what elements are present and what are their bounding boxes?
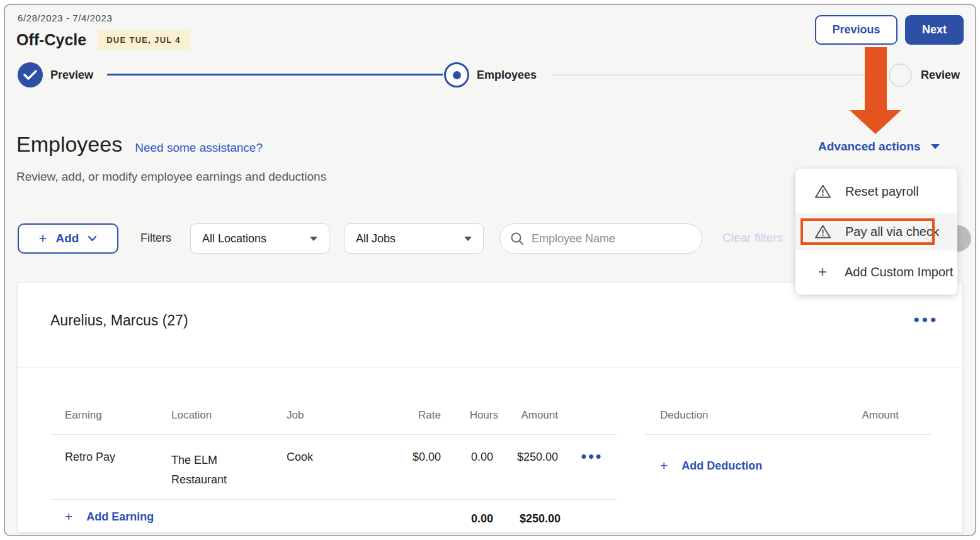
annotation-arrow-icon (850, 47, 901, 134)
job-filter-select[interactable]: All Jobs (344, 223, 484, 254)
col-header-rate: Rate (390, 409, 441, 422)
earnings-header-divider (50, 434, 617, 435)
earning-hours-cell: 0.00 (443, 451, 493, 464)
plus-icon: + (814, 263, 831, 281)
add-earning-label: Add Earning (86, 510, 154, 524)
col-header-earning: Earning (65, 409, 102, 422)
total-hours: 0.00 (443, 512, 493, 526)
caret-down-icon (464, 237, 472, 241)
step-employees-label: Employees (477, 69, 537, 82)
chevron-down-icon (88, 235, 97, 242)
caret-down-icon (310, 237, 317, 241)
plus-icon: + (39, 230, 47, 247)
earnings-row-divider (50, 499, 617, 500)
col-header-deduction-amount: Amount (836, 409, 899, 422)
col-header-deduction: Deduction (660, 409, 709, 422)
check-icon (23, 69, 37, 81)
warning-triangle-icon (814, 224, 831, 239)
page-title: Employees (16, 132, 122, 157)
col-header-hours: Hours (448, 409, 498, 422)
col-header-amount: Amount (501, 409, 558, 422)
add-deduction-button[interactable]: + Add Deduction (660, 458, 762, 473)
page-subtitle: Review, add, or modify employee earnings… (16, 170, 326, 184)
earning-job-cell: Cook (287, 451, 313, 464)
col-header-location: Location (171, 409, 212, 422)
employee-search-input[interactable] (532, 232, 676, 245)
earning-location-cell: The ELM Restaurant (171, 451, 250, 490)
clear-filters-link[interactable]: Clear filters (722, 231, 783, 245)
add-earning-button[interactable]: + Add Earning (65, 509, 154, 524)
location-filter-select[interactable]: All Locations (190, 223, 329, 254)
previous-button[interactable]: Previous (815, 15, 897, 45)
step-preview-label: Preview (50, 69, 93, 82)
stepper-connector-complete (107, 74, 443, 76)
step-employees-indicator[interactable] (444, 62, 469, 87)
location-filter-value: All Locations (202, 232, 266, 245)
step-review-label: Review (921, 69, 960, 82)
due-date-badge: DUE TUE, JUL 4 (98, 30, 190, 50)
plus-icon: + (660, 458, 668, 473)
advanced-actions-menu: Reset payroll Pay all via check + Add Cu… (795, 169, 957, 295)
app-window: 6/28/2023 - 7/4/2023 Off-Cycle DUE TUE, … (4, 4, 976, 536)
earning-row-menu-icon[interactable]: ●●● (581, 451, 603, 462)
assistance-link[interactable]: Need some assistance? (135, 141, 263, 155)
add-button-label: Add (55, 232, 79, 245)
earning-amount-cell: $250.00 (495, 451, 558, 464)
job-filter-value: All Jobs (356, 232, 396, 245)
total-amount: $250.00 (495, 512, 561, 526)
menu-item-add-custom-import[interactable]: + Add Custom Import (795, 253, 957, 291)
earning-rate-cell: $0.00 (390, 451, 441, 464)
caret-down-icon (931, 144, 940, 149)
stepper-connector-upcoming (552, 74, 887, 76)
employee-search[interactable] (499, 223, 702, 254)
advanced-actions-label: Advanced actions (818, 140, 921, 154)
earning-name-cell: Retro Pay (65, 451, 115, 464)
next-button[interactable]: Next (905, 15, 964, 45)
current-step-dot-icon (453, 71, 461, 79)
menu-item-pay-all-via-check[interactable]: Pay all via check (795, 213, 957, 250)
search-icon (510, 232, 524, 245)
plus-icon: + (65, 509, 72, 524)
employee-overflow-menu-icon[interactable]: ●●● (913, 313, 938, 326)
employee-name: Aurelius, Marcus (27) (50, 312, 188, 329)
filters-label: Filters (140, 232, 171, 245)
step-preview-indicator[interactable] (18, 62, 43, 87)
col-header-job: Job (287, 409, 304, 422)
deductions-header-divider (645, 434, 931, 435)
warning-triangle-icon (814, 184, 831, 199)
advanced-actions-button[interactable]: Advanced actions (818, 140, 940, 154)
menu-item-label: Reset payroll (845, 184, 919, 199)
add-deduction-label: Add Deduction (681, 459, 762, 473)
add-button[interactable]: + Add (18, 223, 118, 254)
pay-period-dates: 6/28/2023 - 7/4/2023 (18, 13, 112, 23)
menu-item-label: Add Custom Import (845, 265, 953, 279)
card-header-divider (18, 367, 962, 368)
menu-item-label: Pay all via check (845, 225, 939, 239)
menu-item-reset-payroll[interactable]: Reset payroll (795, 172, 957, 210)
payroll-title: Off-Cycle (16, 31, 86, 49)
